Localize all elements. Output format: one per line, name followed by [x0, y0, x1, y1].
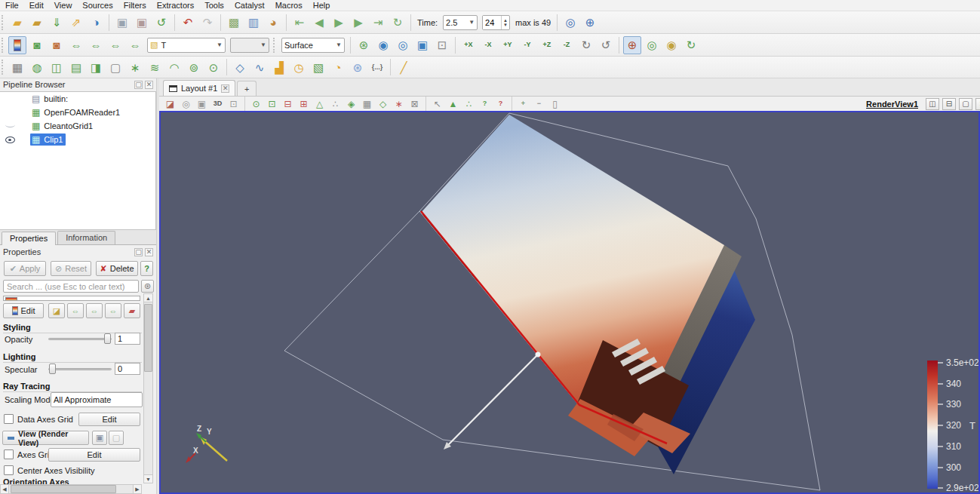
extract-subset-icon[interactable]: ▢: [106, 58, 124, 76]
clear-selection-icon[interactable]: ▯: [548, 97, 562, 111]
data-axes-grid-checkbox[interactable]: [4, 414, 14, 424]
hover-points-icon[interactable]: ⊠: [407, 97, 422, 111]
color-palette-icon[interactable]: ◕: [264, 14, 282, 32]
rescale-data-range-icon[interactable]: ⇔: [67, 36, 85, 54]
select-frustum-points-icon[interactable]: ⊞: [296, 97, 311, 111]
last-frame-icon[interactable]: ⇥: [369, 14, 387, 32]
choose-color-preset-icon[interactable]: ◙: [48, 36, 66, 54]
specular-slider[interactable]: [48, 363, 112, 375]
pipeline-item-cleantogrid1[interactable]: ▦CleantoGrid1: [0, 119, 155, 133]
query-points-icon[interactable]: ?: [493, 97, 508, 111]
new-layout-tab-button[interactable]: +: [237, 81, 257, 96]
set-view-plus-z-icon[interactable]: +Z: [538, 36, 556, 54]
edit-color-map-button[interactable]: Edit: [3, 303, 44, 318]
select-frustum-cells-icon[interactable]: ⊟: [281, 97, 295, 111]
slice-icon[interactable]: ▤: [67, 58, 85, 76]
interactive-select-points-icon[interactable]: ◇: [376, 97, 390, 111]
choose-preset-button[interactable]: ▰: [124, 303, 140, 318]
temporal-interpolator-icon[interactable]: ⊛: [349, 58, 367, 76]
reset-camera-closest-icon[interactable]: ◎: [394, 36, 412, 54]
rescale-custom-range-icon[interactable]: ⇔: [87, 36, 105, 54]
stream-tracer-icon[interactable]: ≋: [146, 58, 164, 76]
delete-button[interactable]: ✘ Delete: [96, 261, 138, 276]
python-calculator-icon[interactable]: {...}: [368, 58, 386, 76]
help-button[interactable]: ?: [140, 261, 153, 276]
select-surface-cells-icon[interactable]: ⊙: [249, 97, 263, 111]
reset-button[interactable]: ⊘ Reset: [51, 261, 91, 276]
pipeline-item-clip1[interactable]: ▦Clip1: [0, 133, 155, 146]
save-data-icon[interactable]: ⇓: [48, 14, 66, 32]
load-state-icon[interactable]: ⇗: [67, 14, 85, 32]
select-polygon-cells-icon[interactable]: △: [312, 97, 327, 111]
next-frame-icon[interactable]: ▶: [349, 14, 367, 32]
rescale-temporal-range-icon[interactable]: ⇔: [106, 36, 124, 54]
color-legend-bar[interactable]: [927, 361, 938, 489]
menu-item-catalyst[interactable]: Catalyst: [229, 0, 270, 11]
plot-over-time-icon[interactable]: ◷: [290, 58, 308, 76]
menu-item-edit[interactable]: Edit: [24, 0, 49, 11]
redo-icon[interactable]: ↷: [198, 14, 217, 32]
color-legend[interactable]: 3.5e+023403303203103002.9e+02T: [927, 357, 978, 492]
select-block-icon[interactable]: ◈: [344, 97, 358, 111]
clip-icon[interactable]: ◫: [48, 58, 66, 76]
paraview-logo-icon[interactable]: ◑: [87, 14, 105, 32]
tab-properties[interactable]: Properties: [2, 232, 56, 245]
disconnect-server-icon[interactable]: ▣: [133, 14, 151, 32]
search-input[interactable]: [4, 282, 138, 291]
save-state-icon[interactable]: ▰: [28, 14, 46, 32]
specular-value[interactable]: 0: [115, 363, 140, 375]
menu-item-file[interactable]: File: [0, 0, 24, 11]
rotate-90-counterclockwise-icon[interactable]: ↺: [597, 36, 615, 54]
toolbar-handle[interactable]: [2, 15, 6, 30]
maximize-view-icon[interactable]: ▢: [959, 98, 972, 110]
ruler-icon[interactable]: ╱: [395, 58, 413, 76]
rescale-temporal-range-button[interactable]: ⇔: [105, 303, 121, 318]
search-options-button[interactable]: ⊛: [141, 280, 154, 293]
pipeline-item-builtin[interactable]: ▤builtin:: [0, 92, 155, 106]
zoom-closest-to-data-icon[interactable]: ▣: [413, 36, 432, 54]
data-axes-grid-edit-button[interactable]: Edit: [78, 413, 140, 426]
open-file-icon[interactable]: ▰: [8, 14, 26, 32]
tab-information[interactable]: Information: [57, 231, 115, 244]
menu-item-view[interactable]: View: [49, 0, 78, 11]
center-axes-visibility-icon[interactable]: ⊕: [623, 36, 641, 54]
auto-apply-icon[interactable]: ▩: [225, 14, 243, 32]
scroll-left-icon[interactable]: ◀: [0, 484, 9, 494]
pipeline-node[interactable]: ▦Clip1: [30, 133, 66, 146]
menu-item-filters[interactable]: Filters: [118, 0, 152, 11]
toolbar-handle[interactable]: [273, 38, 278, 53]
edit-color-map2-icon[interactable]: ◙: [28, 36, 46, 54]
float-dock-icon[interactable]: ▢: [134, 248, 143, 256]
reset-session-icon[interactable]: ↺: [152, 14, 171, 32]
float-dock-icon[interactable]: ▢: [134, 81, 143, 89]
hover-cells-icon[interactable]: ∗: [392, 97, 406, 111]
opacity-value[interactable]: 1: [115, 333, 140, 345]
frame-spinner[interactable]: ▲▼: [482, 15, 510, 30]
query-cells-icon[interactable]: ?: [478, 97, 492, 111]
scroll-up-icon[interactable]: ▲: [143, 293, 153, 302]
warp-by-vector-icon[interactable]: ◠: [165, 58, 183, 76]
component-combo[interactable]: ▼: [230, 38, 269, 53]
visibility-eye-icon[interactable]: [3, 137, 17, 143]
add-camera-icon[interactable]: ⊕: [581, 14, 599, 32]
scrolled-colormap-combo[interactable]: [3, 296, 140, 301]
menu-item-help[interactable]: Help: [308, 0, 336, 11]
close-view-icon[interactable]: ✕: [975, 98, 980, 110]
set-view-minus-y-icon[interactable]: -Y: [518, 36, 536, 54]
visibility-eye-closed-icon[interactable]: [3, 124, 17, 127]
plot-over-line-icon[interactable]: ∿: [250, 58, 269, 76]
menu-item-sources[interactable]: Sources: [77, 0, 118, 11]
edit-color-map-icon[interactable]: ▥: [244, 14, 263, 32]
split-vertical-icon[interactable]: ⊟: [942, 98, 956, 110]
plane-origin-handle[interactable]: [536, 352, 541, 357]
close-dock-icon[interactable]: ✕: [145, 248, 153, 256]
calculator-icon[interactable]: ▦: [8, 58, 26, 76]
search-field[interactable]: [3, 280, 139, 293]
copy-view-settings-button[interactable]: ▣: [92, 431, 107, 445]
coloring-field-combo[interactable]: ▧ T ▼: [147, 38, 226, 53]
group-datasets-icon[interactable]: ⊚: [185, 58, 203, 76]
spinner-arrows-icon[interactable]: ▲▼: [501, 16, 509, 29]
glyph-icon[interactable]: ∗: [126, 58, 144, 76]
pipeline-item-openfoamreader1[interactable]: ▦OpenFOAMReader1: [0, 106, 155, 119]
undo-icon[interactable]: ↶: [179, 14, 197, 32]
